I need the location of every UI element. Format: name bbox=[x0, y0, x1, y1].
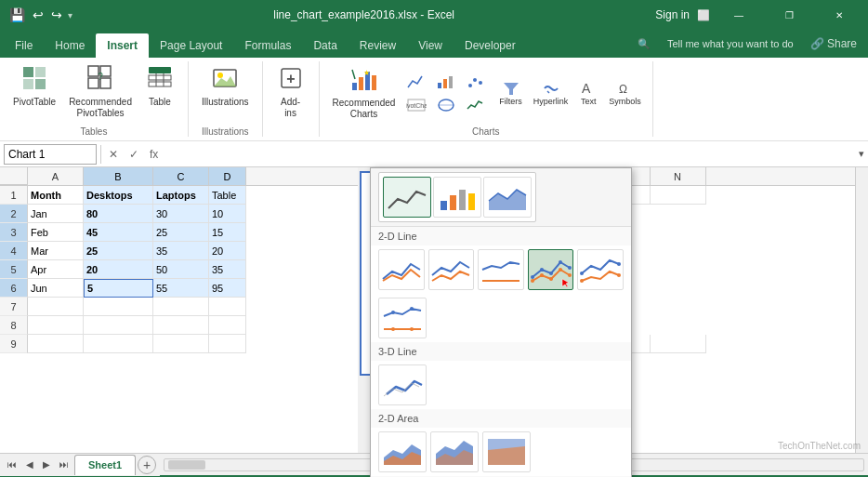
cell-d3[interactable]: 15 bbox=[209, 223, 246, 242]
addins-button[interactable]: + Add-ins bbox=[270, 61, 311, 123]
cell-b7[interactable] bbox=[84, 298, 153, 316]
add-sheet-button[interactable]: + bbox=[138, 456, 156, 474]
tab-page-layout[interactable]: Page Layout bbox=[149, 33, 233, 58]
tab-nav-prev[interactable]: ◀ bbox=[22, 459, 37, 470]
cell-a9[interactable] bbox=[28, 335, 84, 353]
cell-d8[interactable] bbox=[209, 316, 246, 335]
3d-map-button[interactable] bbox=[432, 94, 460, 114]
col-header-d[interactable]: D bbox=[209, 167, 246, 185]
scrollbar-thumb[interactable] bbox=[168, 460, 205, 470]
share-button[interactable]: 🔗 Share bbox=[810, 37, 857, 50]
stacked-area-btn[interactable] bbox=[430, 431, 479, 472]
100pct-stacked-markers-btn[interactable] bbox=[378, 298, 427, 338]
cell-a6[interactable]: Jun bbox=[28, 279, 84, 298]
tab-insert[interactable]: Insert bbox=[96, 33, 149, 58]
100pct-stacked-line-btn[interactable] bbox=[478, 249, 524, 290]
minimize-button[interactable]: — bbox=[717, 0, 760, 30]
col-header-n[interactable]: N bbox=[651, 167, 706, 185]
hyperlink-button[interactable]: Hyperlink bbox=[530, 78, 572, 108]
col-header-a[interactable]: A bbox=[28, 167, 84, 185]
line-chart-btn[interactable] bbox=[378, 249, 425, 290]
tab-file[interactable]: File bbox=[4, 33, 44, 58]
cell-a2[interactable]: Jan bbox=[28, 205, 84, 223]
symbols-button[interactable]: Ω Symbols bbox=[605, 78, 645, 108]
cell-b3[interactable]: 45 bbox=[84, 223, 153, 242]
scatter-chart-button[interactable] bbox=[462, 72, 490, 92]
cell-a4[interactable]: Mar bbox=[28, 242, 84, 260]
line-2d-tab[interactable] bbox=[383, 177, 431, 218]
text-button[interactable]: A Text bbox=[575, 78, 601, 108]
cell-b2[interactable]: 80 bbox=[84, 205, 153, 223]
tab-home[interactable]: Home bbox=[44, 33, 96, 58]
pivot-table-button[interactable]: PivotTable bbox=[7, 61, 61, 112]
cell-b8[interactable] bbox=[84, 316, 153, 335]
cell-c4[interactable]: 35 bbox=[153, 242, 209, 260]
col-header-b[interactable]: B bbox=[84, 167, 153, 185]
area-btn[interactable] bbox=[378, 431, 427, 472]
cell-b9[interactable] bbox=[84, 335, 153, 353]
cell-c7[interactable] bbox=[153, 298, 209, 316]
recommended-charts-button[interactable]: ★ RecommendedCharts bbox=[327, 62, 401, 124]
cell-c6[interactable]: 55 bbox=[153, 279, 209, 298]
line-markers-btn[interactable] bbox=[528, 249, 574, 290]
sparklines-button[interactable] bbox=[462, 94, 490, 114]
redo-icon[interactable]: ↪ bbox=[49, 6, 64, 24]
cell-d7[interactable] bbox=[209, 298, 246, 316]
stacked-line-markers-btn[interactable] bbox=[577, 249, 624, 290]
formula-fx-button[interactable]: fx bbox=[146, 148, 162, 161]
formula-expand-button[interactable]: ▾ bbox=[859, 148, 864, 160]
cell-d2[interactable]: 10 bbox=[209, 205, 246, 223]
tab-nav-last[interactable]: ⏭ bbox=[56, 459, 72, 470]
line-area-tab[interactable] bbox=[483, 177, 532, 218]
signin-button[interactable]: Sign in bbox=[655, 8, 690, 21]
tab-data[interactable]: Data bbox=[302, 33, 348, 58]
save-icon[interactable]: 💾 bbox=[7, 6, 27, 24]
cell-d9[interactable] bbox=[209, 335, 246, 353]
restore-button[interactable]: ❐ bbox=[768, 0, 810, 30]
cell-c1[interactable]: Laptops bbox=[153, 186, 209, 205]
illustrations-button[interactable]: Illustrations bbox=[196, 61, 255, 112]
recommended-pivottables-button[interactable]: ? RecommendedPivotTables bbox=[63, 61, 138, 123]
stacked-line-btn[interactable] bbox=[428, 249, 475, 290]
tab-view[interactable]: View bbox=[407, 33, 454, 58]
restore-icon[interactable]: ⬜ bbox=[697, 9, 710, 21]
formula-cancel-button[interactable]: ✕ bbox=[105, 148, 122, 161]
pivot-chart-button[interactable]: PivotChart bbox=[402, 94, 430, 114]
tab-nav-first[interactable]: ⏮ bbox=[4, 459, 20, 470]
cell-a1[interactable]: Month bbox=[28, 186, 84, 205]
cell-d6[interactable]: 95 bbox=[209, 279, 246, 298]
cell-d5[interactable]: 35 bbox=[209, 260, 246, 279]
cell-b4[interactable]: 25 bbox=[84, 242, 153, 260]
cell-c2[interactable]: 30 bbox=[153, 205, 209, 223]
close-button[interactable]: ✕ bbox=[818, 0, 861, 30]
line-chart-button[interactable] bbox=[402, 72, 430, 92]
cell-b5[interactable]: 20 bbox=[84, 260, 153, 279]
cell-d1[interactable]: Table bbox=[209, 186, 246, 205]
right-cell[interactable] bbox=[651, 186, 706, 205]
cell-c3[interactable]: 25 bbox=[153, 223, 209, 242]
tell-me-button[interactable]: Tell me what you want to do bbox=[656, 32, 805, 56]
cell-c9[interactable] bbox=[153, 335, 209, 353]
filters-button[interactable]: Filters bbox=[495, 78, 526, 108]
formula-confirm-button[interactable]: ✓ bbox=[125, 148, 142, 161]
cell-b1[interactable]: Desktops bbox=[84, 186, 153, 205]
bar-chart-button[interactable] bbox=[432, 72, 460, 92]
tab-formulas[interactable]: Formulas bbox=[233, 33, 302, 58]
cell-a7[interactable] bbox=[28, 298, 84, 316]
cell-a5[interactable]: Apr bbox=[28, 260, 84, 279]
cell-a3[interactable]: Feb bbox=[28, 223, 84, 242]
tab-developer[interactable]: Developer bbox=[454, 33, 527, 58]
cell-b6[interactable]: 5 bbox=[84, 279, 153, 298]
cell-c5[interactable]: 50 bbox=[153, 260, 209, 279]
cell-c8[interactable] bbox=[153, 316, 209, 335]
sheet-tab-sheet1[interactable]: Sheet1 bbox=[74, 455, 136, 475]
right-cell[interactable] bbox=[651, 335, 706, 353]
cell-d4[interactable]: 20 bbox=[209, 242, 246, 260]
line-3d-btn[interactable] bbox=[378, 364, 427, 405]
tab-nav-next[interactable]: ▶ bbox=[39, 459, 54, 470]
tab-review[interactable]: Review bbox=[349, 33, 407, 58]
cell-a8[interactable] bbox=[28, 316, 84, 335]
name-box[interactable]: Chart 1 bbox=[4, 144, 97, 165]
line-bar-tab[interactable] bbox=[433, 177, 481, 218]
vertical-scrollbar[interactable] bbox=[855, 167, 868, 453]
